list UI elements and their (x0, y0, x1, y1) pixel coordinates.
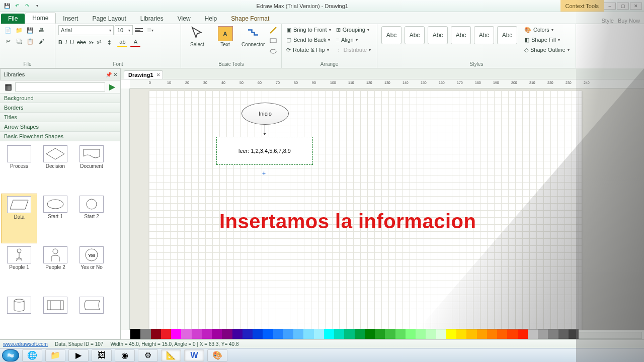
font-size-dropdown[interactable]: 10▾ (115, 25, 133, 35)
style-preset-6[interactable]: Abc (497, 26, 517, 44)
tab-view[interactable]: View (171, 14, 198, 24)
qat-dropdown-icon[interactable]: ▾ (33, 2, 41, 10)
shape-internal[interactable] (37, 295, 73, 338)
tab-help[interactable]: Help (198, 14, 224, 24)
color-swatch[interactable] (314, 329, 324, 339)
color-swatch[interactable] (487, 329, 497, 339)
shape-process[interactable]: Process (1, 143, 37, 193)
library-pin-icon[interactable]: 📌 (106, 72, 112, 77)
strike-button[interactable]: abc (77, 39, 86, 45)
color-swatch[interactable] (324, 329, 334, 339)
lib-go-icon[interactable]: ▶ (107, 82, 117, 92)
print-icon[interactable]: 🖶 (36, 25, 46, 35)
color-swatch[interactable] (569, 329, 579, 339)
taskbar-explorer-icon[interactable]: 📁 (45, 349, 65, 361)
text-tool[interactable]: AText (212, 25, 238, 47)
color-swatch[interactable] (171, 329, 181, 339)
save-icon[interactable]: 💾 (25, 25, 35, 35)
color-swatch[interactable] (181, 329, 191, 339)
highlight-icon[interactable]: ab (117, 37, 127, 47)
color-swatch[interactable] (130, 329, 140, 339)
color-swatch[interactable] (243, 329, 253, 339)
shape-stored[interactable] (73, 295, 110, 338)
style-preset-5[interactable]: Abc (474, 26, 494, 44)
color-swatch[interactable] (385, 329, 395, 339)
color-swatch[interactable] (426, 329, 436, 339)
shape-document[interactable]: Document (73, 143, 110, 193)
rotate-flip[interactable]: ⟳ Rotate & Flip ▾ (285, 45, 333, 54)
color-swatch[interactable] (558, 329, 569, 339)
color-swatch[interactable] (192, 329, 202, 339)
color-swatch[interactable] (416, 329, 426, 339)
color-swatch[interactable] (222, 329, 232, 339)
color-swatch[interactable] (406, 329, 416, 339)
tab-shape-format[interactable]: Shape Format (224, 14, 276, 24)
color-swatch[interactable] (518, 329, 528, 339)
underline-button[interactable]: U (70, 39, 74, 45)
open-icon[interactable]: 📁 (14, 25, 24, 35)
shape-people1[interactable]: People 1 (1, 244, 37, 294)
color-swatch[interactable] (466, 329, 476, 339)
context-tools-tab[interactable]: Context Tools (560, 0, 604, 12)
drawing-page[interactable]: Inicio leer: 1,2,3,4,5,6,7,8,9 + Inserta… (149, 90, 582, 330)
list-dropdown-icon[interactable]: ≣▾ (145, 25, 155, 35)
bring-to-front[interactable]: ▣ Bring to Front ▾ (285, 25, 333, 34)
color-swatch[interactable] (355, 329, 365, 339)
color-swatch[interactable] (395, 329, 406, 339)
line-tool-icon[interactable] (268, 25, 278, 35)
start-button[interactable] (2, 349, 19, 361)
taskbar-settings-icon[interactable]: ⚙ (138, 349, 158, 361)
taskbar-ie-icon[interactable]: 🌐 (22, 349, 42, 361)
color-swatch[interactable] (497, 329, 507, 339)
color-swatch[interactable] (140, 329, 150, 339)
taskbar-chrome-icon[interactable]: ◉ (115, 349, 135, 361)
color-swatch[interactable] (528, 329, 538, 339)
lib-search-dropdown[interactable] (15, 82, 105, 92)
align[interactable]: ≡ Align ▾ (335, 35, 372, 44)
color-swatch[interactable] (436, 329, 446, 339)
color-swatch[interactable] (263, 329, 273, 339)
tab-libraries[interactable]: Libraries (133, 14, 171, 24)
ellipse-tool-icon[interactable] (268, 46, 278, 56)
select-tool[interactable]: Select (184, 25, 210, 47)
close-button[interactable]: ✕ (630, 3, 642, 10)
qat-redo-icon[interactable]: ↷ (23, 2, 31, 10)
style-preset-2[interactable]: Abc (405, 26, 425, 44)
tab-insert[interactable]: Insert (56, 14, 85, 24)
status-url[interactable]: www.edrawsoft.com (3, 341, 48, 347)
font-name-dropdown[interactable]: Arial▾ (58, 25, 114, 35)
taskbar-paint-icon[interactable]: 🎨 (207, 349, 227, 361)
lib-cat-arrow-shapes[interactable]: Arrow Shapes (0, 122, 120, 132)
tab-page-layout[interactable]: Page Layout (85, 14, 133, 24)
taskbar-media-icon[interactable]: ▶ (68, 349, 89, 361)
distribute[interactable]: ⋮ Distribute ▾ (335, 45, 372, 54)
lib-cat-background[interactable]: Background (0, 94, 120, 103)
buy-now-link[interactable]: Buy Now (618, 18, 640, 24)
flowchart-start-shape[interactable]: Inicio (242, 103, 289, 125)
color-swatch[interactable] (232, 329, 243, 339)
close-doc-icon[interactable]: ✕ (156, 72, 160, 77)
shape-start2[interactable]: Start 2 (73, 194, 110, 244)
align-dropdown-icon[interactable] (134, 25, 144, 35)
font-color-icon[interactable]: A (130, 37, 140, 47)
lib-cat-titles[interactable]: Titles (0, 113, 120, 122)
color-swatch[interactable] (293, 329, 303, 339)
bold-button[interactable]: B (58, 39, 62, 45)
file-tab[interactable]: File (1, 14, 25, 24)
lib-gallery-icon[interactable]: ▦ (3, 82, 13, 92)
color-swatch[interactable] (283, 329, 293, 339)
color-swatch[interactable] (477, 329, 487, 339)
new-icon[interactable]: 📄 (3, 25, 13, 35)
color-swatch[interactable] (334, 329, 344, 339)
subscript-button[interactable]: x₂ (89, 39, 94, 46)
color-swatch[interactable] (456, 329, 466, 339)
shape-people2[interactable]: People 2 (37, 244, 73, 294)
shape-fill-dropdown[interactable]: ◧ Shape Fill ▾ (524, 35, 570, 44)
paste-icon[interactable]: 📋 (25, 36, 35, 46)
shape-yes-no[interactable]: YesYes or No (73, 244, 110, 294)
color-swatch[interactable] (365, 329, 375, 339)
color-swatch[interactable] (344, 329, 354, 339)
send-to-back[interactable]: ▢ Send to Back ▾ (285, 35, 333, 44)
shape-data[interactable]: Data (1, 194, 37, 244)
qat-save-icon[interactable]: 💾 (3, 2, 11, 10)
